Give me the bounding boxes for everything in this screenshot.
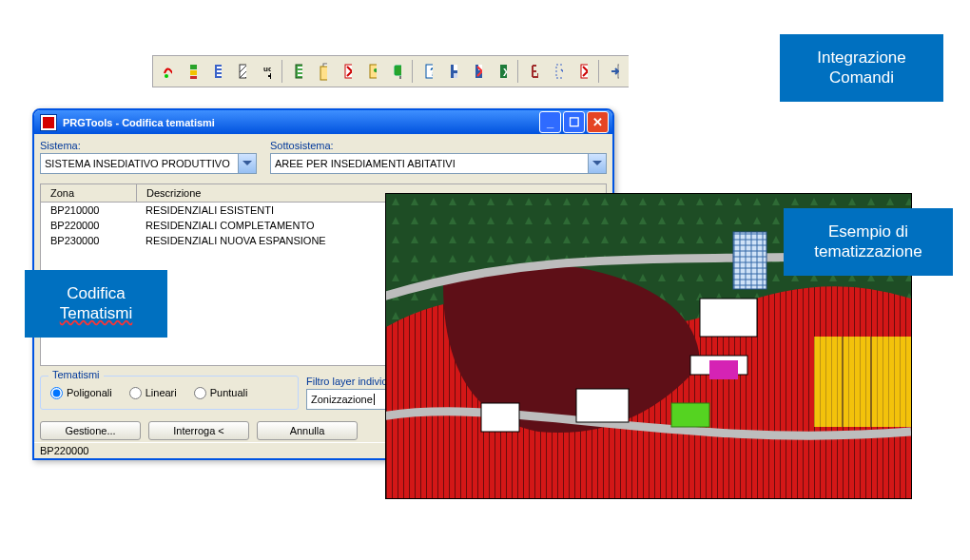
radio-lineari[interactable]: Lineari xyxy=(129,387,177,399)
tool-doc-x-red-icon[interactable] xyxy=(336,60,359,83)
tool-doc-tools-icon[interactable] xyxy=(360,60,383,83)
tool-help-icon[interactable]: ? xyxy=(417,60,439,83)
window-title: PRGTools - Codifica tematismi xyxy=(63,117,215,128)
title-bar[interactable]: PRGTools - Codifica tematismi _ ☐ ✕ xyxy=(34,110,612,134)
tematismi-legend: Tematismi xyxy=(48,369,104,380)
svg-text:?: ? xyxy=(430,66,433,79)
radio-poligonali-input[interactable] xyxy=(50,387,63,399)
tool-excel-icon[interactable]: X xyxy=(491,60,514,83)
svg-rect-43 xyxy=(733,232,766,289)
command-toolbar: udm ? X xyxy=(152,55,629,87)
svg-rect-46 xyxy=(481,403,519,432)
chevron-down-icon xyxy=(588,154,606,173)
radio-puntuali[interactable]: Puntuali xyxy=(194,387,248,399)
tool-doc-stack-icon[interactable] xyxy=(311,60,334,83)
tool-selector-icon[interactable] xyxy=(547,60,570,83)
sottosistema-label: Sottosistema: xyxy=(270,140,607,151)
tool-udm-icon[interactable]: udm xyxy=(255,60,278,83)
gestione-button[interactable]: Gestione... xyxy=(40,421,141,440)
svg-point-0 xyxy=(165,74,168,78)
status-text: BP220000 xyxy=(40,445,88,456)
tool-import-icon[interactable] xyxy=(603,60,626,83)
tool-save-x-icon[interactable] xyxy=(466,60,489,83)
tool-list-green-icon[interactable] xyxy=(286,60,309,83)
radio-lineari-input[interactable] xyxy=(129,387,142,399)
callout-integrazione: Integrazione Comandi xyxy=(780,34,943,102)
tool-layers-blue-icon[interactable] xyxy=(205,60,228,83)
svg-rect-3 xyxy=(190,76,197,79)
app-icon xyxy=(40,114,57,131)
svg-rect-20 xyxy=(399,76,401,79)
tool-monitor-icon[interactable] xyxy=(385,60,408,83)
tool-layers-green-icon[interactable] xyxy=(181,60,204,83)
tool-hatch-icon[interactable] xyxy=(230,60,253,83)
svg-rect-19 xyxy=(395,66,401,75)
svg-rect-1 xyxy=(190,65,197,69)
svg-rect-2 xyxy=(190,70,197,75)
svg-rect-12 xyxy=(298,70,302,72)
tool-no-cross-icon[interactable] xyxy=(572,60,594,83)
svg-rect-11 xyxy=(298,67,302,68)
grid-header-zona[interactable]: Zona xyxy=(41,184,137,202)
tool-scale-icon[interactable] xyxy=(522,60,545,83)
svg-rect-24 xyxy=(454,65,457,70)
svg-text:X: X xyxy=(503,67,507,78)
tool-squiggle-icon[interactable] xyxy=(156,60,179,83)
minimize-button[interactable]: _ xyxy=(539,111,561,133)
svg-rect-5 xyxy=(217,67,222,68)
svg-rect-44 xyxy=(700,299,757,337)
radio-puntuali-input[interactable] xyxy=(194,387,206,399)
svg-rect-25 xyxy=(454,73,457,78)
sottosistema-combo[interactable]: AREE PER INSEDIAMENTI ABITATIVI xyxy=(270,153,607,174)
svg-rect-13 xyxy=(298,74,302,76)
svg-rect-7 xyxy=(217,74,222,76)
tematismi-group: Tematismi Poligonali Lineari Puntuali xyxy=(40,376,299,410)
radio-poligonali[interactable]: Poligonali xyxy=(50,387,112,399)
maximize-button[interactable]: ☐ xyxy=(563,111,585,133)
sistema-combo[interactable]: SISTEMA INSEDIATIVO PRODUTTIVO xyxy=(40,153,257,174)
svg-text:udm: udm xyxy=(263,65,271,73)
callout-codifica: Codifica Tematismi xyxy=(25,270,167,338)
interroga-button[interactable]: Interroga < xyxy=(148,421,249,440)
svg-rect-47 xyxy=(576,389,629,422)
sistema-label: Sistema: xyxy=(40,140,257,151)
annulla-button[interactable]: Annulla xyxy=(257,421,358,440)
tool-save-icon[interactable] xyxy=(441,60,464,83)
svg-rect-6 xyxy=(217,70,222,72)
svg-rect-49 xyxy=(671,403,709,427)
sistema-value: SISTEMA INSEDIATIVO PRODUTTIVO xyxy=(45,158,230,169)
svg-rect-15 xyxy=(320,67,327,80)
chevron-down-icon xyxy=(238,154,256,173)
svg-rect-48 xyxy=(709,360,738,379)
close-button[interactable]: ✕ xyxy=(587,111,609,133)
svg-rect-40 xyxy=(814,337,911,427)
sottosistema-value: AREE PER INSEDIAMENTI ABITATIVI xyxy=(275,158,456,169)
callout-esempio: Esempio di tematizzazione xyxy=(784,208,953,276)
